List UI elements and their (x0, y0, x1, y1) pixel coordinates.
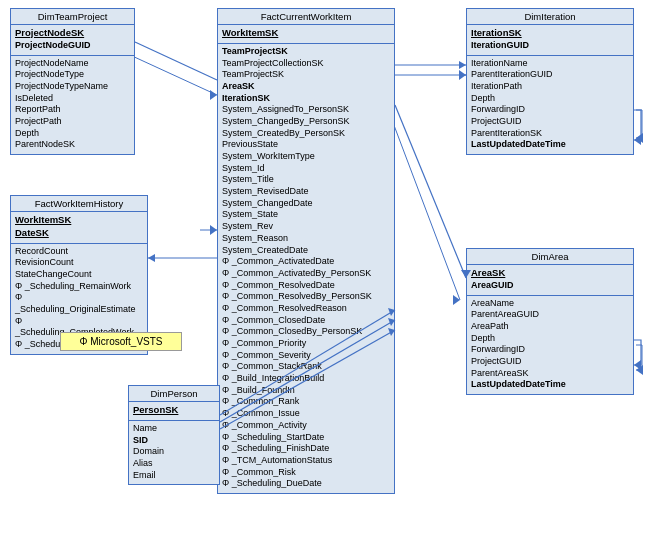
fcwi-f7: System_ChangedBy_PersonSK (222, 116, 390, 128)
svg-marker-24 (634, 135, 641, 145)
dimiteration-f4: IterationPath (471, 81, 629, 93)
svg-marker-3 (459, 70, 466, 80)
dimarea-f4: AreaPath (471, 321, 629, 333)
microsoft-vsts-box: Φ Microsoft_VSTS (60, 332, 182, 351)
dimteamproject-f4: ProjectNodeTypeName (15, 81, 130, 93)
dimiteration-pk-section: IterationSK IterationGUID (467, 25, 633, 56)
dimiteration-f6: ForwardingID (471, 104, 629, 116)
fcwi-f8: System_CreatedBy_PersonSK (222, 128, 390, 140)
dimperson-f3: Domain (133, 446, 215, 458)
dimteamproject-f6: ReportPath (15, 104, 130, 116)
dimiteration-f5: Depth (471, 93, 629, 105)
dimperson-fields: Name SID Domain Alias Email (129, 421, 219, 484)
dimteamproject-pk1: ProjectNodeSK (15, 27, 130, 40)
factcurrentworkitem-pk1: WorkItemSK (222, 27, 390, 40)
dimiteration-f3: ParentIterationGUID (471, 69, 629, 81)
fcwi-f28: Φ _Common_StackRank (222, 361, 390, 373)
dimperson-pk-section: PersonSK (129, 402, 219, 421)
fcwi-f21: Φ _Common_ResolvedDate (222, 280, 390, 292)
dimperson-pk1: PersonSK (133, 404, 215, 417)
table-factcurrentworkitem: FactCurrentWorkItem WorkItemSK TeamProje… (217, 8, 395, 494)
dimteamproject-f3: ProjectNodeType (15, 69, 130, 81)
svg-marker-1 (210, 90, 217, 100)
table-dimteamproject: DimTeamProject ProjectNodeSK ProjectNode… (10, 8, 135, 155)
diagram-container: DimTeamProject ProjectNodeSK ProjectNode… (0, 0, 646, 540)
fcwi-f20: Φ _Common_ActivatedBy_PersonSK (222, 268, 390, 280)
fcwi-f2: TeamProjectCollectionSK (222, 58, 390, 70)
svg-marker-8 (636, 133, 643, 143)
dimarea-pk1: AreaSK (471, 267, 629, 280)
fwih-f2: RevisionCount (15, 257, 143, 269)
fcwi-f33: Φ _Common_Activity (222, 420, 390, 432)
fcwi-f22: Φ _Common_ResolvedBy_PersonSK (222, 291, 390, 303)
dimteamproject-fields: ProjectNodeName ProjectNodeType ProjectN… (11, 56, 134, 155)
dimarea-f6: ForwardingID (471, 344, 629, 356)
fcwi-f32: Φ _Common_Issue (222, 408, 390, 420)
fcwi-f13: System_RevisedDate (222, 186, 390, 198)
fcwi-f31: Φ _Common_Rank (222, 396, 390, 408)
dimiteration-f9: LastUpdatedDateTime (471, 139, 629, 151)
fcwi-f3: TeamProjectSK (222, 69, 390, 81)
dimteamproject-f5: IsDeleted (15, 93, 130, 105)
dimarea-f8: ParentAreaSK (471, 368, 629, 380)
dimarea-f5: Depth (471, 333, 629, 345)
fcwi-f4: AreaSK (222, 81, 390, 93)
fcwi-f34: Φ _Scheduling_StartDate (222, 432, 390, 444)
fcwi-f38: Φ _Scheduling_DueDate (222, 478, 390, 490)
dimarea-fields: AreaName ParentAreaGUID AreaPath Depth F… (467, 296, 633, 395)
dimteamproject-f8: Depth (15, 128, 130, 140)
dimarea-f3: ParentAreaGUID (471, 309, 629, 321)
fcwi-f19: Φ _Common_ActivatedDate (222, 256, 390, 268)
svg-line-9 (392, 120, 460, 300)
fcwi-f37: Φ _Common_Risk (222, 467, 390, 479)
factworkitemhistory-pk-section: WorkItemSK DateSK (11, 212, 147, 244)
dimteamproject-title: DimTeamProject (11, 9, 134, 25)
svg-marker-27 (634, 360, 641, 370)
fcwi-f15: System_State (222, 209, 390, 221)
factworkitemhistory-title: FactWorkItemHistory (11, 196, 147, 212)
fcwi-f10: System_WorkItemType (222, 151, 390, 163)
svg-marker-29 (148, 254, 155, 262)
dimarea-f2: AreaName (471, 298, 629, 310)
fwih-f5: Φ _Scheduling_OriginalEstimate (15, 292, 143, 315)
dimteamproject-f1: ProjectNodeGUID (15, 40, 130, 52)
svg-line-0 (130, 55, 217, 95)
table-factworkitemhistory: FactWorkItemHistory WorkItemSK DateSK Re… (10, 195, 148, 355)
fcwi-f25: Φ _Common_ClosedBy_PersonSK (222, 326, 390, 338)
factworkitemhistory-pk1: WorkItemSK (15, 214, 143, 227)
fwih-f3: StateChangeCount (15, 269, 143, 281)
svg-marker-10 (453, 295, 460, 305)
fcwi-f5: IterationSK (222, 93, 390, 105)
fcwi-f14: System_ChangedDate (222, 198, 390, 210)
dimarea-f7: ProjectGUID (471, 356, 629, 368)
factcurrentworkitem-pk-section: WorkItemSK (218, 25, 394, 44)
dimarea-pk-section: AreaSK AreaGUID (467, 265, 633, 296)
factcurrentworkitem-title: FactCurrentWorkItem (218, 9, 394, 25)
dimiteration-f1: IterationGUID (471, 40, 629, 52)
svg-marker-16 (210, 225, 217, 235)
fcwi-f17: System_Reason (222, 233, 390, 245)
dimarea-f9: LastUpdatedDateTime (471, 379, 629, 391)
fcwi-f24: Φ _Common_ClosedDate (222, 315, 390, 327)
svg-marker-23 (459, 61, 466, 69)
dimiteration-f8: ParentIterationSK (471, 128, 629, 140)
dimperson-f1: Name (133, 423, 215, 435)
dimperson-title: DimPerson (129, 386, 219, 402)
fcwi-f29: Φ _Build_IntegrationBuild (222, 373, 390, 385)
fcwi-f11: System_Id (222, 163, 390, 175)
factworkitemhistory-pk2: DateSK (15, 227, 143, 240)
dimarea-f1: AreaGUID (471, 280, 629, 292)
dimteamproject-f2: ProjectNodeName (15, 58, 130, 70)
dimteamproject-f9: ParentNodeSK (15, 139, 130, 151)
dimiteration-pk1: IterationSK (471, 27, 629, 40)
fcwi-f12: System_Title (222, 174, 390, 186)
fcwi-f23: Φ _Common_ResolvedReason (222, 303, 390, 315)
table-dimperson: DimPerson PersonSK Name SID Domain Alias… (128, 385, 220, 485)
dimiteration-title: DimIteration (467, 9, 633, 25)
factcurrentworkitem-fields: TeamProjectSK TeamProjectCollectionSK Te… (218, 44, 394, 493)
fwih-f1: RecordCount (15, 246, 143, 258)
dimarea-title: DimArea (467, 249, 633, 265)
svg-line-21 (135, 42, 217, 80)
table-dimarea: DimArea AreaSK AreaGUID AreaName ParentA… (466, 248, 634, 395)
dimperson-f2: SID (133, 435, 215, 447)
